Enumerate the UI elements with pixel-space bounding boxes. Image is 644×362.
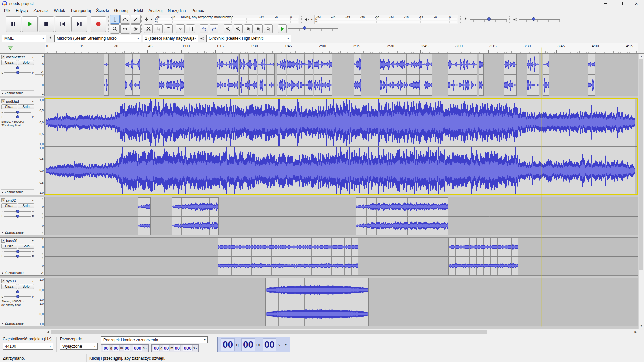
pan-slider[interactable]: LP bbox=[1, 214, 34, 218]
menu-item-pomoc[interactable]: Pomoc bbox=[189, 7, 206, 14]
track-waveform-area[interactable] bbox=[45, 98, 638, 195]
gain-slider-thumb[interactable] bbox=[16, 210, 19, 213]
play-speed-slider-thumb[interactable] bbox=[303, 26, 306, 30]
tool-multi-button[interactable] bbox=[131, 24, 141, 34]
record-meter-caret-icon[interactable]: ▼ bbox=[150, 18, 153, 21]
scroll-down-button[interactable]: ▼ bbox=[639, 323, 644, 329]
selection-end-time[interactable]: 00g00m00.000s▼ bbox=[151, 344, 199, 352]
toolbar-gripper[interactable] bbox=[509, 16, 511, 23]
pan-slider[interactable]: LP bbox=[1, 71, 34, 74]
track-control-panel[interactable]: ×syn03▼CiszaSolo−+LPStereo, 48000Hz32-bi… bbox=[0, 278, 35, 326]
audio-position-display[interactable]: 00g00m00s▼ bbox=[217, 337, 290, 352]
zoom-selection-button[interactable] bbox=[244, 24, 253, 33]
toolbar-gripper[interactable] bbox=[3, 16, 4, 32]
gain-slider[interactable]: −+ bbox=[1, 209, 34, 213]
horizontal-scroll-thumb[interactable] bbox=[51, 330, 487, 334]
playback-volume-slider-thumb[interactable] bbox=[532, 17, 535, 21]
solo-button[interactable]: Solo bbox=[18, 60, 34, 65]
playhead-cursor[interactable] bbox=[541, 48, 541, 326]
silence-selection-button[interactable] bbox=[186, 24, 195, 33]
track-control-panel[interactable]: ×podkład▼CiszaSolo−+LPStereo, 48000Hz32-… bbox=[0, 98, 35, 195]
menu-item-zaznacz[interactable]: Zaznacz bbox=[31, 7, 51, 14]
gain-slider-thumb[interactable] bbox=[16, 290, 19, 293]
menu-item-analizuj[interactable]: Analizuj bbox=[146, 7, 165, 14]
mute-button[interactable]: Cisza bbox=[1, 244, 17, 249]
waveform-canvas[interactable] bbox=[45, 197, 638, 235]
solo-button[interactable]: Solo bbox=[18, 203, 34, 208]
track-menu-caret-icon[interactable]: ▼ bbox=[32, 280, 34, 282]
mute-button[interactable]: Cisza bbox=[1, 284, 17, 289]
close-button[interactable]: × bbox=[629, 0, 644, 7]
playback-meter-caret-icon[interactable]: ▼ bbox=[311, 18, 313, 21]
timeline-pin-indicator[interactable] bbox=[8, 46, 13, 50]
pan-slider[interactable]: LP bbox=[1, 295, 34, 298]
pan-slider-thumb[interactable] bbox=[16, 115, 19, 118]
vertical-scroll-track[interactable] bbox=[639, 59, 644, 323]
track-menu-caret-icon[interactable]: ▼ bbox=[32, 240, 34, 242]
undo-button[interactable] bbox=[200, 24, 208, 33]
play-button[interactable] bbox=[22, 16, 38, 32]
snap-select[interactable]: Wyłączone ▼ bbox=[60, 343, 98, 350]
vertical-scrollbar[interactable]: ▲ ▼ bbox=[638, 54, 644, 329]
menu-item-widok[interactable]: Widok bbox=[51, 7, 68, 14]
playback-meter[interactable]: -54-48-42-36-30-24-18-12-60LP bbox=[314, 15, 458, 24]
solo-button[interactable]: Solo bbox=[18, 284, 34, 289]
stop-button[interactable] bbox=[39, 16, 54, 32]
gain-slider-thumb[interactable] bbox=[16, 111, 19, 114]
track-close-button[interactable]: × bbox=[1, 279, 5, 283]
track-control-panel[interactable]: ×bass01▼CiszaSolo−+LP▲Zaznaczanie bbox=[0, 238, 35, 275]
maximize-button[interactable] bbox=[613, 0, 629, 7]
pan-slider-thumb[interactable] bbox=[16, 71, 19, 74]
waveform-canvas[interactable] bbox=[45, 54, 638, 96]
track-menu-caret-icon[interactable]: ▼ bbox=[32, 199, 34, 202]
track-name[interactable]: syn03 bbox=[6, 279, 31, 283]
pan-slider-thumb[interactable] bbox=[16, 295, 19, 298]
menu-item-edycja[interactable]: Edycja bbox=[13, 7, 31, 14]
timeline-ruler[interactable]: 01530451:001:151:301:452:002:152:302:453… bbox=[45, 43, 638, 53]
pan-slider[interactable]: LP bbox=[1, 115, 34, 119]
input-channels-select[interactable]: 2 (stereo) kanały nagrywając ▼ bbox=[143, 35, 198, 42]
gain-slider-thumb[interactable] bbox=[16, 66, 19, 69]
track-name[interactable]: vocal-effect bbox=[6, 55, 31, 59]
toolbar-gripper[interactable] bbox=[460, 16, 461, 23]
zoom-toggle-button[interactable] bbox=[264, 24, 273, 33]
track-waveform-area[interactable] bbox=[45, 54, 638, 96]
recording-volume-slider-thumb[interactable] bbox=[487, 17, 491, 21]
track-name[interactable]: syn02 bbox=[6, 198, 31, 202]
solo-button[interactable]: Solo bbox=[18, 244, 34, 249]
gain-slider[interactable]: −+ bbox=[1, 290, 34, 294]
tool-draw-button[interactable] bbox=[131, 15, 141, 24]
track-name[interactable]: bass01 bbox=[6, 239, 31, 243]
audio-host-select[interactable]: MME ▼ bbox=[2, 35, 46, 42]
horizontal-scrollbar[interactable]: ◀ ▶ bbox=[0, 329, 644, 335]
gain-slider[interactable]: −+ bbox=[1, 250, 34, 253]
trim-outside-button[interactable] bbox=[176, 24, 185, 33]
time-field-caret-icon[interactable]: ▼ bbox=[195, 347, 198, 349]
waveform-canvas[interactable] bbox=[45, 98, 638, 195]
track-collapse-area[interactable]: ▲Zaznaczanie bbox=[1, 270, 34, 275]
toolbar-gripper[interactable] bbox=[108, 16, 109, 32]
tool-timeshift-button[interactable] bbox=[120, 24, 130, 34]
toolbar-gripper[interactable] bbox=[301, 16, 302, 23]
tool-selection-button[interactable] bbox=[110, 15, 120, 24]
track-close-button[interactable]: × bbox=[1, 198, 5, 202]
pan-slider-thumb[interactable] bbox=[16, 255, 19, 258]
track-collapse-area[interactable]: ▲Zaznaczanie bbox=[1, 230, 34, 234]
track-collapse-area[interactable]: ▲Zaznaczanie bbox=[1, 321, 34, 325]
zoom-in-button[interactable] bbox=[224, 24, 232, 33]
zoom-fit-button[interactable] bbox=[254, 24, 263, 33]
mute-button[interactable]: Cisza bbox=[1, 60, 17, 65]
track-waveform-area[interactable] bbox=[45, 238, 638, 275]
cut-button[interactable] bbox=[144, 24, 153, 33]
record-button[interactable] bbox=[91, 16, 106, 32]
solo-button[interactable]: Solo bbox=[18, 104, 34, 109]
skip-start-button[interactable] bbox=[55, 16, 70, 32]
horizontal-scroll-track[interactable] bbox=[51, 329, 633, 335]
track-control-panel[interactable]: ×vocal-effect▼CiszaSolo−+LP▲Zaznaczanie bbox=[0, 54, 35, 96]
waveform-canvas[interactable] bbox=[45, 238, 638, 275]
scroll-left-button[interactable]: ◀ bbox=[45, 329, 51, 335]
skip-end-button[interactable] bbox=[71, 16, 87, 32]
mute-button[interactable]: Cisza bbox=[1, 203, 17, 208]
waveform-canvas[interactable] bbox=[45, 278, 638, 326]
track-collapse-area[interactable]: ▲Zaznaczanie bbox=[1, 90, 34, 95]
